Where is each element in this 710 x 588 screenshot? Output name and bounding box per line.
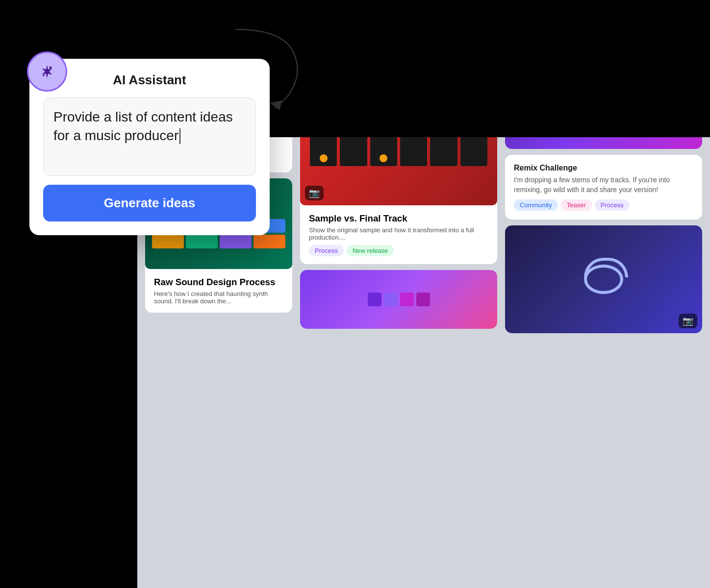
ai-assistant-panel: AI Assistant Provide a list of content i… <box>29 59 270 235</box>
tag-process-remix: Process <box>595 199 630 211</box>
ai-input-text: Provide a list of content ideas for a mu… <box>53 109 233 143</box>
ai-input-area[interactable]: Provide a list of content ideas for a mu… <box>43 98 256 176</box>
generate-ideas-button[interactable]: Generate ideas <box>43 185 256 221</box>
tag-newrelease-sample: New release <box>347 245 394 256</box>
card-raw-sound-desc: Here's how I created that haunting synth… <box>154 290 283 305</box>
card-headphone[interactable]: 📷 <box>505 225 702 333</box>
card-raw-sound-title: Raw Sound Design Process <box>154 277 283 288</box>
tag-community-remix: Community <box>514 199 558 211</box>
text-cursor <box>179 128 180 144</box>
tag-process-sample: Process <box>309 245 344 256</box>
card-remix[interactable]: Remix Challenge I'm dropping a few stems… <box>505 155 702 220</box>
video-icon-sample: 📷 <box>305 186 324 200</box>
ai-panel-title: AI Assistant <box>43 73 256 88</box>
video-icon-headphone: 📷 <box>679 314 697 328</box>
svg-point-2 <box>43 74 45 76</box>
ai-icon-bubble[interactable] <box>27 51 67 92</box>
tag-teaser-remix: Teaser <box>561 199 592 211</box>
svg-point-1 <box>50 67 52 69</box>
card-green-partial[interactable] <box>300 270 497 329</box>
card-remix-title: Remix Challenge <box>514 164 693 172</box>
card-sample-desc: Show the original sample and how it tran… <box>309 226 488 241</box>
card-sample-title: Sample vs. Final Track <box>309 213 488 224</box>
card-remix-desc: I'm dropping a few stems of my tracks. I… <box>514 175 693 195</box>
